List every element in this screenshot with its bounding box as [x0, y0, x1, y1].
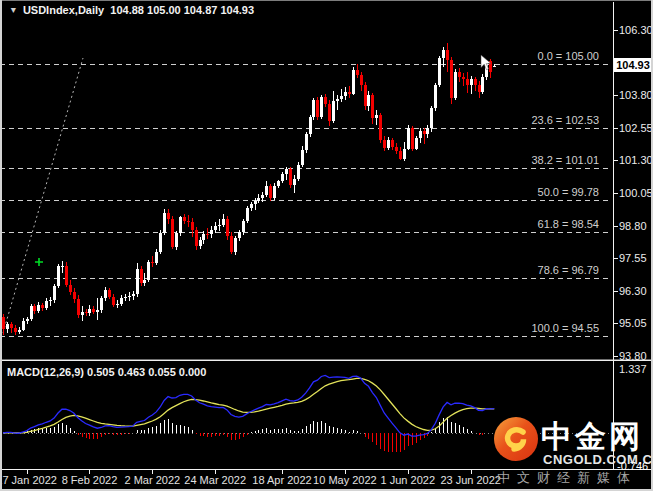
- ohlc-values: 104.88 105.00 104.87 104.93: [110, 4, 254, 16]
- price-tick-label: 100.05: [619, 187, 652, 199]
- price-tick-label: 93.80: [619, 350, 652, 362]
- chart-menu-icon[interactable]: ▼: [9, 5, 18, 15]
- price-tick-label: 106.30: [619, 24, 652, 36]
- price-tick-label: 96.30: [619, 285, 652, 297]
- candles-group: [2, 43, 496, 335]
- fib-level-label: 38.2 = 101.01: [531, 154, 599, 166]
- chart-window: ▼USDIndex,Daily 104.88 105.00 104.87 104…: [0, 0, 653, 491]
- price-tick-label: 98.80: [619, 220, 652, 232]
- cross-marker-icon: [35, 258, 43, 266]
- macd-signal-line: [3, 378, 494, 433]
- price-tick-label: 102.55: [619, 122, 652, 134]
- chart-title: ▼USDIndex,Daily 104.88 105.00 104.87 104…: [8, 4, 254, 17]
- price-tick-label: 103.80: [619, 89, 652, 101]
- cngold-logo-icon: [493, 416, 539, 462]
- macd-scale-top: 1.337: [619, 363, 647, 376]
- price-tick-label: 101.30: [619, 154, 652, 166]
- fib-level-label: 100.0 = 94.55: [531, 322, 599, 334]
- symbol-period-label: USDIndex,Daily: [23, 4, 104, 16]
- macd-scale-bottom: -0.746: [617, 460, 648, 473]
- fib-level-label: 61.8 = 98.54: [538, 218, 599, 230]
- cngold-watermark: 中金网 CNGOLD.COM.CN 中文财经新媒体: [483, 403, 653, 491]
- price-tick-label: 97.55: [619, 252, 652, 264]
- window-border-top: [0, 0, 653, 1]
- macd-main-line: [3, 375, 494, 436]
- fib-level-label: 23.6 = 102.53: [531, 114, 599, 126]
- fib-level-label: 78.6 = 96.79: [538, 264, 599, 276]
- macd-indicator-label: MACD(12,26,9) 0.505 0.463 0.055 0.000: [7, 366, 206, 379]
- watermark-tagline: 中文财经新媒体: [497, 469, 637, 487]
- fib-level-label: 50.0 = 99.78: [538, 186, 599, 198]
- fib-level-label: 0.0 = 105.00: [538, 50, 599, 62]
- current-price-badge: 104.93: [614, 58, 652, 72]
- fib-lines: [0, 65, 612, 337]
- window-border-left: [0, 0, 2, 491]
- price-tick-label: 95.05: [619, 317, 652, 329]
